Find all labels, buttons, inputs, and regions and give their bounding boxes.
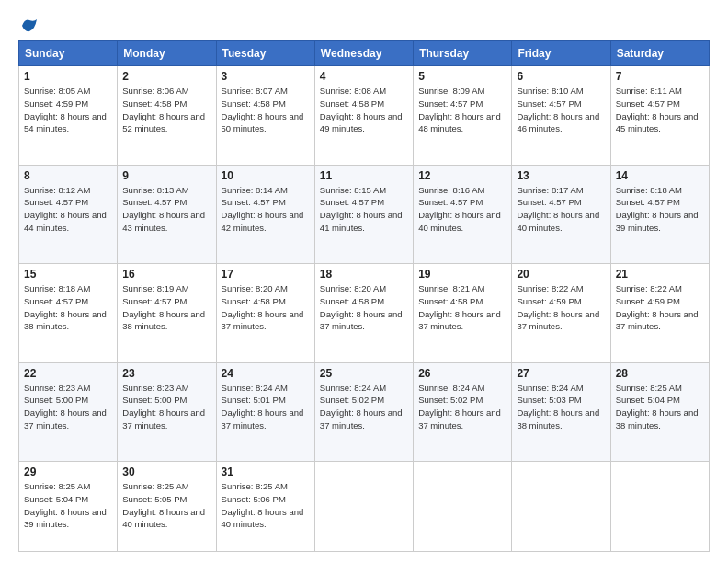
day-number: 31	[222, 465, 310, 478]
daylight-label: Daylight: 8 hours and 38 minutes.	[122, 309, 205, 332]
sunset-label: Sunset: 4:57 PM	[517, 197, 581, 207]
calendar-week-row: 15 Sunrise: 8:18 AM Sunset: 4:57 PM Dayl…	[19, 264, 710, 363]
header	[18, 17, 710, 31]
sunset-label: Sunset: 4:57 PM	[122, 197, 187, 207]
daylight-label: Daylight: 8 hours and 43 minutes.	[122, 210, 205, 233]
day-number: 7	[616, 70, 704, 83]
sunset-label: Sunset: 4:58 PM	[222, 296, 286, 306]
sunrise-label: Sunrise: 8:14 AM	[222, 185, 288, 195]
calendar-day-cell: 2 Sunrise: 8:06 AM Sunset: 4:58 PM Dayli…	[118, 66, 216, 166]
daylight-label: Daylight: 8 hours and 45 minutes.	[616, 111, 699, 134]
day-number: 4	[320, 70, 408, 83]
sunrise-label: Sunrise: 8:24 AM	[418, 383, 484, 393]
sunset-label: Sunset: 5:04 PM	[24, 494, 88, 504]
weekday-header: Sunday	[19, 41, 118, 66]
day-info: Sunrise: 8:19 AM Sunset: 4:57 PM Dayligh…	[122, 282, 210, 333]
day-number: 9	[122, 169, 210, 182]
day-number: 28	[616, 367, 704, 380]
calendar-day-cell: 18 Sunrise: 8:20 AM Sunset: 4:58 PM Dayl…	[314, 264, 413, 363]
sunrise-label: Sunrise: 8:12 AM	[24, 185, 90, 195]
sunset-label: Sunset: 5:03 PM	[517, 395, 581, 405]
sunrise-label: Sunrise: 8:11 AM	[616, 86, 682, 96]
day-info: Sunrise: 8:18 AM Sunset: 4:57 PM Dayligh…	[616, 184, 704, 235]
daylight-label: Daylight: 8 hours and 40 minutes.	[418, 210, 501, 233]
daylight-label: Daylight: 8 hours and 52 minutes.	[122, 111, 205, 134]
day-info: Sunrise: 8:11 AM Sunset: 4:57 PM Dayligh…	[616, 85, 704, 135]
sunset-label: Sunset: 5:01 PM	[222, 395, 286, 405]
sunset-label: Sunset: 4:58 PM	[122, 98, 187, 109]
sunset-label: Sunset: 4:59 PM	[517, 296, 581, 306]
calendar-day-cell: 5 Sunrise: 8:09 AM Sunset: 4:57 PM Dayli…	[414, 66, 512, 166]
sunrise-label: Sunrise: 8:19 AM	[122, 283, 188, 293]
calendar-body: 1 Sunrise: 8:05 AM Sunset: 4:59 PM Dayli…	[19, 66, 710, 552]
sunset-label: Sunset: 4:58 PM	[320, 98, 384, 109]
day-number: 27	[517, 367, 605, 380]
sunset-label: Sunset: 5:02 PM	[418, 395, 483, 405]
sunrise-label: Sunrise: 8:24 AM	[320, 383, 386, 393]
weekday-header: Monday	[118, 41, 216, 66]
sunrise-label: Sunrise: 8:06 AM	[122, 86, 188, 96]
sunrise-label: Sunrise: 8:09 AM	[418, 86, 484, 96]
day-number: 21	[616, 268, 704, 281]
day-info: Sunrise: 8:08 AM Sunset: 4:58 PM Dayligh…	[320, 85, 408, 135]
day-info: Sunrise: 8:24 AM Sunset: 5:02 PM Dayligh…	[418, 382, 506, 432]
calendar-day-cell: 12 Sunrise: 8:16 AM Sunset: 4:57 PM Dayl…	[414, 165, 512, 264]
day-number: 3	[222, 70, 310, 83]
day-number: 13	[517, 169, 605, 182]
calendar-day-cell	[314, 462, 413, 552]
sunrise-label: Sunrise: 8:13 AM	[122, 185, 188, 195]
sunrise-label: Sunrise: 8:22 AM	[616, 283, 682, 293]
day-number: 18	[320, 268, 408, 281]
daylight-label: Daylight: 8 hours and 41 minutes.	[320, 210, 403, 233]
day-info: Sunrise: 8:25 AM Sunset: 5:04 PM Dayligh…	[24, 480, 112, 531]
sunrise-label: Sunrise: 8:24 AM	[517, 383, 583, 393]
daylight-label: Daylight: 8 hours and 49 minutes.	[320, 111, 403, 134]
calendar-day-cell: 30 Sunrise: 8:25 AM Sunset: 5:05 PM Dayl…	[118, 462, 216, 552]
calendar-day-cell: 11 Sunrise: 8:15 AM Sunset: 4:57 PM Dayl…	[314, 165, 413, 264]
day-number: 22	[24, 367, 112, 380]
daylight-label: Daylight: 8 hours and 42 minutes.	[222, 210, 304, 233]
daylight-label: Daylight: 8 hours and 40 minutes.	[517, 210, 599, 233]
calendar-day-cell	[610, 462, 709, 552]
weekday-header: Wednesday	[314, 41, 413, 66]
sunrise-label: Sunrise: 8:23 AM	[24, 383, 90, 393]
calendar-day-cell: 13 Sunrise: 8:17 AM Sunset: 4:57 PM Dayl…	[512, 165, 610, 264]
calendar-day-cell: 3 Sunrise: 8:07 AM Sunset: 4:58 PM Dayli…	[216, 66, 314, 166]
daylight-label: Daylight: 8 hours and 37 minutes.	[24, 408, 107, 431]
daylight-label: Daylight: 8 hours and 37 minutes.	[418, 408, 501, 431]
daylight-label: Daylight: 8 hours and 46 minutes.	[517, 111, 599, 134]
logo-text	[18, 17, 39, 35]
sunrise-label: Sunrise: 8:08 AM	[320, 86, 386, 96]
sunset-label: Sunset: 4:57 PM	[517, 98, 581, 109]
sunset-label: Sunset: 5:02 PM	[320, 395, 384, 405]
daylight-label: Daylight: 8 hours and 38 minutes.	[24, 309, 107, 332]
daylight-label: Daylight: 8 hours and 54 minutes.	[24, 111, 107, 134]
daylight-label: Daylight: 8 hours and 50 minutes.	[222, 111, 304, 134]
day-info: Sunrise: 8:24 AM Sunset: 5:01 PM Dayligh…	[222, 382, 310, 432]
day-info: Sunrise: 8:06 AM Sunset: 4:58 PM Dayligh…	[122, 85, 210, 135]
day-number: 15	[24, 268, 112, 281]
calendar-day-cell: 4 Sunrise: 8:08 AM Sunset: 4:58 PM Dayli…	[314, 66, 413, 166]
calendar-week-row: 29 Sunrise: 8:25 AM Sunset: 5:04 PM Dayl…	[19, 462, 710, 552]
sunset-label: Sunset: 5:00 PM	[24, 395, 88, 405]
calendar-page: SundayMondayTuesdayWednesdayThursdayFrid…	[0, 0, 728, 563]
sunset-label: Sunset: 4:57 PM	[24, 197, 88, 207]
calendar-day-cell: 29 Sunrise: 8:25 AM Sunset: 5:04 PM Dayl…	[19, 462, 118, 552]
daylight-label: Daylight: 8 hours and 38 minutes.	[616, 408, 699, 431]
day-info: Sunrise: 8:23 AM Sunset: 5:00 PM Dayligh…	[122, 382, 210, 432]
sunrise-label: Sunrise: 8:25 AM	[24, 481, 90, 491]
day-info: Sunrise: 8:13 AM Sunset: 4:57 PM Dayligh…	[122, 184, 210, 235]
sunset-label: Sunset: 4:57 PM	[122, 296, 187, 306]
sunset-label: Sunset: 4:57 PM	[222, 197, 286, 207]
sunset-label: Sunset: 4:59 PM	[24, 98, 88, 109]
calendar-day-cell: 20 Sunrise: 8:22 AM Sunset: 4:59 PM Dayl…	[512, 264, 610, 363]
daylight-label: Daylight: 8 hours and 37 minutes.	[418, 309, 501, 332]
daylight-label: Daylight: 8 hours and 37 minutes.	[320, 408, 403, 431]
calendar-week-row: 1 Sunrise: 8:05 AM Sunset: 4:59 PM Dayli…	[19, 66, 710, 166]
sunrise-label: Sunrise: 8:25 AM	[616, 383, 682, 393]
daylight-label: Daylight: 8 hours and 37 minutes.	[222, 408, 304, 431]
daylight-label: Daylight: 8 hours and 40 minutes.	[122, 507, 205, 530]
calendar-day-cell: 1 Sunrise: 8:05 AM Sunset: 4:59 PM Dayli…	[19, 66, 118, 166]
day-info: Sunrise: 8:22 AM Sunset: 4:59 PM Dayligh…	[616, 282, 704, 333]
day-info: Sunrise: 8:17 AM Sunset: 4:57 PM Dayligh…	[517, 184, 605, 235]
